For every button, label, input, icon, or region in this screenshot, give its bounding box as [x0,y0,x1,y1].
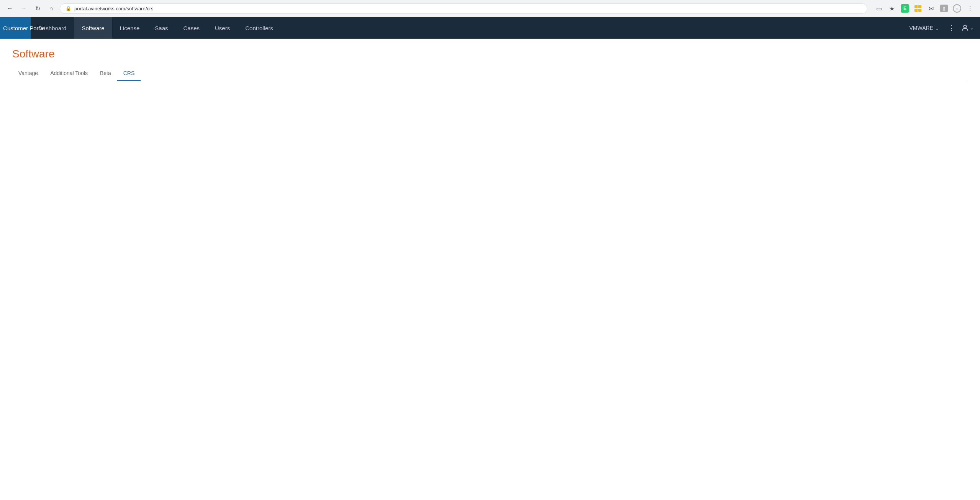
nav-item-software[interactable]: Software [74,17,112,39]
svg-point-0 [964,25,966,28]
address-bar[interactable]: 🔒 portal.avinetworks.com/software/crs [60,3,867,14]
nav-item-cases[interactable]: Cases [176,17,208,39]
mail-ext-icon[interactable]: ✉ [926,3,936,14]
evernote-logo: E [901,4,909,13]
evernote-ext-icon[interactable]: E [900,3,910,14]
back-button[interactable]: ← [5,3,15,14]
puzzle-logo: ▯ [940,5,948,12]
menu-icon[interactable]: ⋮ [965,3,975,14]
bookmark-icon[interactable]: ★ [887,3,897,14]
lock-icon: 🔒 [66,6,71,11]
forward-button[interactable]: → [18,3,29,14]
globe-ext-icon[interactable]: ○ [952,3,962,14]
nav-item-controllers[interactable]: Controllers [238,17,281,39]
cast-icon[interactable]: ▭ [873,3,884,14]
nav-logo[interactable]: vmw Customer Portal [0,17,31,39]
vmware-dropdown-btn[interactable]: VMWARE ⌄ [906,23,943,33]
reload-button[interactable]: ↻ [32,3,43,14]
tab-vantage[interactable]: Vantage [12,66,44,81]
nav-item-license[interactable]: License [112,17,147,39]
nav-more-btn[interactable]: ⋮ [945,21,959,35]
tab-crs[interactable]: CRS [117,66,141,81]
nav-item-saas[interactable]: Saas [147,17,175,39]
tab-beta[interactable]: Beta [94,66,117,81]
page-title: Software [12,48,968,60]
nav-right: VMWARE ⌄ ⋮ ⌄ [900,21,980,35]
nav-item-users[interactable]: Users [207,17,238,39]
top-nav: vmw Customer Portal Dashboard Software L… [0,17,980,39]
globe-logo: ○ [953,4,961,13]
browser-toolbar-icons: ▭ ★ E ✉ ▯ ○ ⋮ [873,3,975,14]
nav-items: Dashboard Software License Saas Cases Us… [31,17,900,39]
nav-item-dashboard[interactable]: Dashboard [31,17,74,39]
home-button[interactable]: ⌂ [46,3,57,14]
tab-additional-tools[interactable]: Additional Tools [44,66,94,81]
url-text: portal.avinetworks.com/software/crs [74,6,154,11]
browser-chrome: ← → ↻ ⌂ 🔒 portal.avinetworks.com/softwar… [0,0,980,17]
puzzle-ext-icon[interactable]: ▯ [939,3,949,14]
nav-user-btn[interactable]: ⌄ [960,21,974,35]
sheets-ext-icon[interactable] [913,3,923,14]
sheets-logo [914,5,921,12]
tabs-bar: Vantage Additional Tools Beta CRS [12,66,968,81]
page-content: Software Vantage Additional Tools Beta C… [0,39,980,500]
